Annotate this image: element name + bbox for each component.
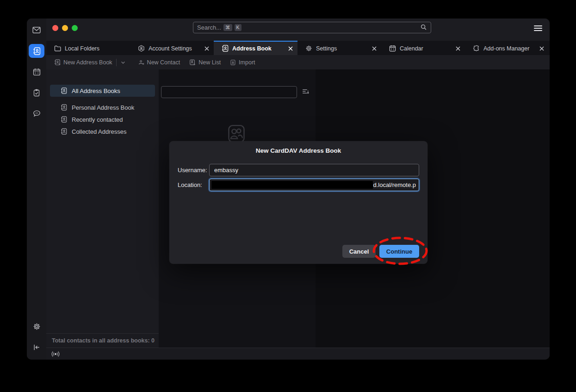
tab-label: Calendar: [400, 45, 423, 52]
username-field[interactable]: [209, 164, 419, 176]
address-book-toolbar: New Address Book New Contact New List: [46, 55, 550, 69]
new-list-icon: [189, 59, 196, 66]
continue-button[interactable]: Continue: [379, 245, 419, 258]
titlebar: Search... ⌘ K: [46, 19, 550, 41]
dialog-title: New CardDAV Address Book: [169, 147, 427, 154]
toolbar-label: New Contact: [147, 59, 180, 66]
new-contact-button[interactable]: New Contact: [138, 59, 180, 66]
tab-label: Address Book: [232, 45, 272, 52]
sidebar-item-personal-address-book[interactable]: Personal Address Book: [50, 101, 155, 113]
contacts-search-input[interactable]: [161, 86, 297, 98]
tab-addons-manager[interactable]: Add-ons Manager: [465, 41, 549, 55]
total-contacts-status: Total contacts in all address books: 0: [46, 333, 159, 348]
status-bar: [46, 348, 550, 360]
display-options-button[interactable]: [302, 87, 310, 97]
minimize-window-button[interactable]: [62, 25, 68, 31]
new-carddav-dialog: New CardDAV Address Book Username: Locat…: [169, 141, 427, 264]
redaction-bar: [211, 181, 373, 189]
address-book-list: All Address Books Personal Address Book …: [46, 69, 159, 137]
collapse-sidebar-icon: [33, 343, 41, 351]
sidebar-item-all-address-books[interactable]: All Address Books: [50, 85, 155, 97]
location-visible-tail: d.local/remote.p: [373, 181, 416, 188]
tab-local-folders[interactable]: Local Folders: [46, 41, 130, 55]
address-book-icon: [61, 128, 67, 135]
settings-gear-icon: [33, 323, 41, 330]
toolbar-label: Import: [239, 59, 255, 66]
new-address-book-dropdown[interactable]: [120, 60, 126, 65]
tasks-icon: [33, 89, 40, 97]
collapse-spaces-button[interactable]: [29, 340, 44, 354]
calendar-icon: [33, 68, 41, 76]
chat-icon: [33, 110, 41, 118]
sidebar-item-label: Personal Address Book: [72, 104, 134, 111]
address-book-icon: [61, 116, 67, 123]
calendar-icon: [389, 45, 396, 52]
tab-label: Local Folders: [65, 45, 99, 52]
close-icon[interactable]: [456, 46, 460, 51]
address-book-icon: [61, 87, 67, 94]
location-label: Location:: [178, 181, 209, 188]
chat-space-button[interactable]: [29, 106, 44, 120]
calendar-space-button[interactable]: [29, 65, 44, 79]
username-row: Username:: [178, 164, 419, 176]
address-book-icon: [61, 104, 67, 111]
close-icon[interactable]: [288, 46, 293, 51]
dialog-buttons: Cancel Continue: [342, 245, 419, 258]
k-key-badge: K: [235, 24, 242, 31]
spaces-settings-button[interactable]: [29, 319, 44, 333]
toolbar-label: New Address Book: [63, 59, 112, 66]
cmd-key-badge: ⌘: [223, 24, 232, 31]
broadcast-icon: [51, 351, 60, 357]
close-window-button[interactable]: [52, 25, 58, 31]
close-icon[interactable]: [539, 46, 544, 51]
sidebar-item-label: Collected Addresses: [72, 128, 127, 135]
tab-bar: Local Folders Account Settings Address B…: [46, 41, 550, 55]
tab-settings[interactable]: Settings: [297, 41, 381, 55]
address-book-space-button[interactable]: [29, 44, 44, 58]
folder-icon: [54, 45, 61, 51]
import-icon: [230, 59, 236, 66]
toolbar-divider: [116, 59, 117, 66]
new-address-book-icon: [54, 59, 61, 66]
search-placeholder: Search...: [197, 24, 221, 31]
address-book-icon: [222, 45, 229, 52]
mail-icon: [32, 26, 41, 34]
address-book-icon: [33, 47, 41, 55]
tasks-space-button[interactable]: [29, 86, 44, 100]
sidebar-item-recently-contacted[interactable]: Recently contacted: [50, 113, 155, 125]
app-menu-button[interactable]: [534, 25, 542, 32]
window-controls: [52, 25, 78, 31]
chevron-down-icon: [120, 60, 126, 65]
new-contact-icon: [138, 59, 144, 66]
spaces-toolbar: [27, 19, 46, 360]
new-address-book-button[interactable]: New Address Book: [54, 59, 112, 66]
tab-account-settings[interactable]: Account Settings: [130, 41, 214, 55]
tab-label: Settings: [316, 45, 337, 52]
zoom-window-button[interactable]: [72, 25, 78, 31]
mail-space-button[interactable]: [29, 23, 44, 37]
screen: Search... ⌘ K Local Folders: [0, 0, 576, 392]
close-icon[interactable]: [372, 46, 377, 51]
tab-calendar[interactable]: Calendar: [381, 41, 465, 55]
new-list-button[interactable]: New List: [189, 59, 221, 66]
account-badge-icon: [138, 45, 145, 52]
display-options-icon: [302, 87, 310, 95]
location-field[interactable]: d.local/remote.p: [209, 179, 419, 191]
location-row: Location: d.local/remote.p: [178, 179, 419, 191]
address-books-sidebar: All Address Books Personal Address Book …: [46, 69, 159, 348]
close-icon[interactable]: [204, 46, 209, 51]
cancel-button[interactable]: Cancel: [342, 245, 376, 258]
sidebar-item-label: All Address Books: [72, 87, 120, 94]
tab-label: Add-ons Manager: [483, 45, 529, 52]
import-button[interactable]: Import: [230, 59, 255, 66]
global-search-bar[interactable]: Search... ⌘ K: [193, 22, 431, 33]
search-icon: [420, 24, 427, 32]
username-label: Username:: [178, 167, 209, 174]
sidebar-item-collected-addresses[interactable]: Collected Addresses: [50, 125, 155, 137]
gear-icon: [305, 45, 312, 52]
tab-address-book[interactable]: Address Book: [214, 41, 297, 55]
toolbar-label: New List: [198, 59, 221, 66]
sidebar-item-label: Recently contacted: [72, 116, 123, 123]
puzzle-icon: [473, 45, 480, 52]
tab-label: Account Settings: [149, 45, 192, 52]
